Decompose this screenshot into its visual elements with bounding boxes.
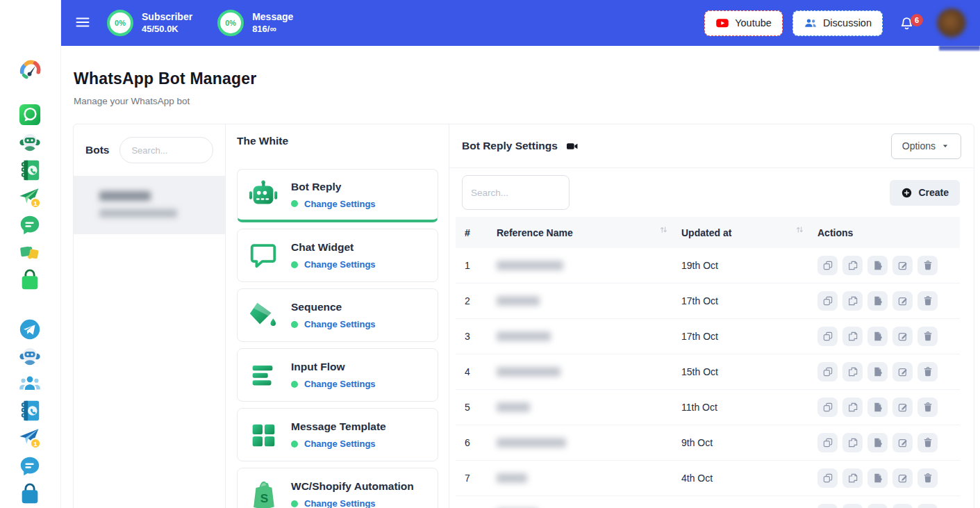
- delete-button[interactable]: [917, 327, 938, 346]
- sort-icon[interactable]: [795, 227, 805, 235]
- card-title: WC/Shopify Automation: [291, 480, 414, 493]
- card-title: Sequence: [291, 301, 376, 313]
- column-header-reference-name[interactable]: Reference Name: [497, 227, 681, 238]
- sidebar-item-telegram-store[interactable]: [18, 482, 42, 506]
- sidebar-item-whatsapp-store[interactable]: [18, 268, 42, 292]
- edit-button[interactable]: [892, 398, 913, 417]
- sidebar-item-telegram-broadcast[interactable]: 1: [18, 426, 42, 450]
- discussion-button[interactable]: Discussion: [792, 10, 883, 36]
- clone-button[interactable]: [817, 256, 838, 275]
- copy-button[interactable]: [842, 291, 863, 311]
- subscriber-progress-ring: 0%: [107, 10, 133, 36]
- export-button[interactable]: [867, 362, 888, 382]
- edit-button[interactable]: [892, 327, 913, 346]
- delete-button[interactable]: [917, 504, 938, 508]
- settings-card-messageTemplate[interactable]: Message TemplateChange Settings: [237, 408, 438, 461]
- change-settings-link[interactable]: Change Settings: [304, 319, 376, 329]
- column-header-updated-at[interactable]: Updated at: [681, 227, 817, 238]
- sidebar-item-whatsapp-bot[interactable]: [18, 131, 42, 154]
- copy-icon: [847, 260, 858, 271]
- subscriber-value: 45/50.0K: [142, 24, 192, 35]
- change-settings-link[interactable]: Change Settings: [304, 498, 376, 508]
- copy-button[interactable]: [842, 327, 863, 346]
- change-settings-link[interactable]: Change Settings: [304, 199, 376, 209]
- edit-button[interactable]: [892, 504, 913, 508]
- bots-search-input[interactable]: [119, 137, 213, 163]
- sidebar-item-telegram[interactable]: [18, 318, 42, 341]
- options-button[interactable]: Options: [891, 133, 961, 159]
- clone-button[interactable]: [817, 504, 838, 508]
- table-row: 69th Oct: [456, 425, 960, 461]
- menu-toggle-button[interactable]: [74, 14, 92, 32]
- row-actions: [817, 504, 960, 508]
- copy-button[interactable]: [842, 468, 863, 488]
- create-button[interactable]: Create: [890, 180, 960, 206]
- sidebar-item-telegram-contacts[interactable]: [18, 399, 42, 423]
- copy-button[interactable]: [842, 362, 863, 382]
- clone-button[interactable]: [817, 468, 838, 488]
- sidebar-item-telegram-chat[interactable]: [18, 454, 42, 478]
- copy-button[interactable]: [842, 433, 863, 452]
- export-button[interactable]: [867, 327, 888, 346]
- edit-button[interactable]: [892, 468, 913, 488]
- export-button[interactable]: [867, 504, 888, 508]
- edit-button[interactable]: [892, 433, 913, 452]
- sidebar-item-whatsapp-contacts[interactable]: [18, 158, 42, 182]
- change-settings-link[interactable]: Change Settings: [304, 439, 376, 449]
- clone-button[interactable]: [817, 327, 838, 346]
- whatsapp-integrations-icon: [18, 240, 42, 264]
- delete-button[interactable]: [917, 398, 938, 417]
- main-card: Bots The White Bot ReplyChange SettingsC…: [73, 124, 974, 508]
- sidebar-item-whatsapp-chat[interactable]: [18, 213, 42, 237]
- sort-icon[interactable]: [658, 227, 669, 235]
- video-tutorial-icon[interactable]: [565, 140, 579, 153]
- clone-button[interactable]: [817, 398, 838, 417]
- delete-button[interactable]: [917, 433, 938, 452]
- bot-list-item-selected[interactable]: [74, 177, 225, 234]
- settings-card-botReply[interactable]: Bot ReplyChange Settings: [237, 169, 438, 222]
- card-title: Message Template: [291, 420, 386, 433]
- row-reference-name-redacted: [497, 367, 681, 377]
- copy-button[interactable]: [842, 256, 863, 275]
- change-settings-link[interactable]: Change Settings: [304, 379, 376, 389]
- clone-button[interactable]: [817, 362, 838, 382]
- settings-card-inputFlow[interactable]: Input FlowChange Settings: [237, 348, 438, 402]
- edit-button[interactable]: [892, 291, 913, 311]
- settings-card-wcShopify[interactable]: SWC/Shopify AutomationChange Settings: [237, 468, 438, 508]
- export-button[interactable]: [867, 291, 888, 311]
- sidebar-item-whatsapp-integrations[interactable]: [18, 240, 42, 264]
- notifications-button[interactable]: 6: [898, 14, 916, 32]
- delete-button[interactable]: [917, 291, 938, 311]
- settings-card-chatWidget[interactable]: Chat WidgetChange Settings: [237, 229, 438, 282]
- settings-card-sequence[interactable]: SequenceChange Settings: [237, 288, 438, 342]
- export-button[interactable]: [867, 256, 888, 275]
- youtube-button[interactable]: Youtube: [704, 10, 783, 36]
- sidebar-item-telegram-group[interactable]: [18, 372, 42, 395]
- delete-button[interactable]: [917, 256, 938, 275]
- sidebar-item-whatsapp[interactable]: [18, 103, 42, 126]
- row-number: 3: [465, 331, 497, 342]
- user-avatar[interactable]: [937, 8, 966, 38]
- export-button[interactable]: [867, 433, 888, 452]
- whatsapp-contacts-icon: [18, 158, 42, 182]
- delete-button[interactable]: [917, 362, 938, 382]
- sidebar-item-telegram-bot[interactable]: [18, 345, 42, 368]
- clone-button[interactable]: [817, 433, 838, 452]
- sidebar-item-dashboard[interactable]: [18, 57, 42, 81]
- clone-button[interactable]: [817, 291, 838, 311]
- delete-icon: [922, 437, 933, 448]
- delete-button[interactable]: [917, 468, 938, 488]
- status-dot: [291, 441, 298, 448]
- copy-button[interactable]: [842, 504, 863, 508]
- export-button[interactable]: [867, 468, 888, 488]
- export-button[interactable]: [867, 398, 888, 417]
- status-dot: [291, 500, 298, 507]
- sidebar-item-whatsapp-broadcast[interactable]: 1: [18, 186, 42, 209]
- copy-button[interactable]: [842, 398, 863, 417]
- table-row: 511th Oct: [456, 390, 960, 425]
- message-stat: 0% Message 816/∞: [217, 10, 293, 36]
- change-settings-link[interactable]: Change Settings: [304, 259, 376, 270]
- edit-button[interactable]: [892, 256, 913, 275]
- edit-button[interactable]: [892, 362, 913, 382]
- table-search-input[interactable]: [462, 175, 570, 210]
